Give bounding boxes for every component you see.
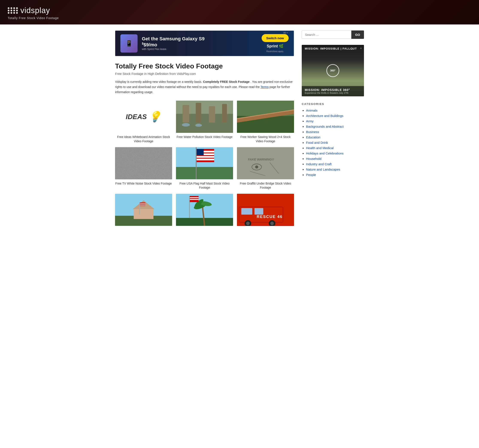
sidebar: GO MISSION: IMPOSSIBLE | FALLOUT → × 360… xyxy=(302,30,364,228)
video-thumbnail[interactable] xyxy=(176,147,233,179)
site-header: vidsplay Totally Free Stock Video Footag… xyxy=(0,0,479,25)
thumbnail-rescue: RESCUE 46 xyxy=(237,194,294,226)
video-thumbnail[interactable] xyxy=(115,194,172,226)
video-thumbnail[interactable] xyxy=(176,101,233,133)
page-description: Vidsplay is currently adding new video f… xyxy=(115,79,294,95)
video-item[interactable]: FAKE WARNING!! Free Graffiti Under Bridg… xyxy=(237,147,294,190)
svg-rect-15 xyxy=(176,167,233,179)
video-thumbnail[interactable] xyxy=(176,194,233,226)
svg-rect-21 xyxy=(197,159,214,160)
video-item[interactable] xyxy=(115,194,172,228)
sidebar-ad-close-icon[interactable]: × xyxy=(360,46,362,50)
video-item[interactable]: RESCUE 46 xyxy=(237,194,294,228)
svg-rect-45 xyxy=(190,198,199,198)
sidebar-ad-bottom: MISSION: IMPOSSIBLE 360° Experience the … xyxy=(302,86,364,96)
svg-rect-4 xyxy=(209,106,215,123)
ad-price: $$9/mo xyxy=(142,42,257,48)
logo-row: vidsplay xyxy=(8,6,471,15)
svg-rect-22 xyxy=(197,149,204,155)
video-caption: Free Ideas Whiteboard Animation Stock Vi… xyxy=(115,135,172,143)
svg-rect-20 xyxy=(197,156,214,158)
video-grid: IDEAS Free Ideas Whiteboard Animation St… xyxy=(115,101,294,228)
ad-label: Ad × xyxy=(283,32,288,34)
thumbnail-water-pollution xyxy=(176,101,233,133)
svg-rect-23 xyxy=(237,147,294,179)
list-item: Industry and Craft xyxy=(306,162,364,166)
category-link-food[interactable]: Food and Drink xyxy=(306,141,328,145)
svg-rect-13 xyxy=(115,147,172,179)
category-link-army[interactable]: Army xyxy=(306,119,313,123)
list-item: Army xyxy=(306,119,364,123)
ad-banner: Ad × 📱 Get the Samsung Galaxy S9 $$9/mo … xyxy=(115,30,294,56)
video-caption: Free Worker Sawing Wood 2×4 Stock Video … xyxy=(237,135,294,143)
video-thumbnail[interactable]: IDEAS xyxy=(115,101,172,133)
list-item: Education xyxy=(306,135,364,139)
category-link-architecture[interactable]: Architecture and Buildings xyxy=(306,114,343,118)
video-item[interactable]: Free Worker Sawing Wood 2×4 Stock Video … xyxy=(237,101,294,143)
video-caption: Free USA Flag Half Mast Stock Video Foot… xyxy=(176,182,233,190)
main-wrapper: Ad × 📱 Get the Samsung Galaxy S9 $$9/mo … xyxy=(111,25,368,234)
list-item: Animals xyxy=(306,109,364,112)
site-logo[interactable]: vidsplay xyxy=(20,6,50,15)
svg-point-26 xyxy=(255,165,258,168)
category-link-household[interactable]: Household xyxy=(306,157,321,160)
video-caption: Free Water Pollution Stock Video Footage xyxy=(176,135,233,139)
svg-rect-5 xyxy=(222,104,227,123)
sidebar-ad-movie-sub: Experience the thrills in theaters July … xyxy=(305,92,361,94)
category-link-holidays[interactable]: Holidays and Celebrations xyxy=(306,152,344,155)
main-content: Ad × 📱 Get the Samsung Galaxy S9 $$9/mo … xyxy=(115,30,294,228)
svg-rect-50 xyxy=(241,208,252,215)
search-input[interactable] xyxy=(302,30,351,39)
video-thumbnail[interactable]: FAKE WARNING!! xyxy=(237,147,294,179)
category-link-animals[interactable]: Animals xyxy=(306,109,317,112)
search-button[interactable]: GO xyxy=(351,30,364,39)
video-item[interactable]: Free Water Pollution Stock Video Footage xyxy=(176,101,233,143)
site-tagline: Totally Free Stock Video Footage xyxy=(8,16,471,20)
ad-headline: Get the Samsung Galaxy S9 xyxy=(142,36,257,42)
list-item: Nature and Landscapes xyxy=(306,168,364,171)
ad-phone-image: 📱 xyxy=(120,34,138,53)
logo-dots-icon xyxy=(8,7,18,14)
svg-rect-32 xyxy=(134,209,153,219)
category-link-industry[interactable]: Industry and Craft xyxy=(306,162,332,166)
ad-text-block: Get the Samsung Galaxy S9 $$9/mo with Sp… xyxy=(138,36,262,51)
thumbnail-graffiti: FAKE WARNING!! xyxy=(237,147,294,179)
list-item: Household xyxy=(306,157,364,160)
svg-rect-33 xyxy=(139,203,140,215)
svg-rect-35 xyxy=(140,203,146,204)
ad-sub: with Sprint Flex lease. xyxy=(142,48,257,51)
category-link-nature[interactable]: Nature and Landscapes xyxy=(306,168,340,171)
category-link-health[interactable]: Health and Medical xyxy=(306,146,333,150)
list-item: Architecture and Buildings xyxy=(306,114,364,118)
list-item: Holidays and Celebrations xyxy=(306,152,364,155)
video-item[interactable] xyxy=(176,194,233,228)
ad-cta-button[interactable]: Switch now xyxy=(262,34,289,42)
list-item: Backgrounds and Abstract xyxy=(306,125,364,128)
category-link-backgrounds[interactable]: Backgrounds and Abstract xyxy=(306,125,344,128)
video-thumbnail[interactable] xyxy=(237,101,294,133)
svg-point-53 xyxy=(246,222,250,225)
category-link-education[interactable]: Education xyxy=(306,135,320,139)
svg-rect-2 xyxy=(183,105,189,123)
video-caption: Free Graffiti Under Bridge Stock Video F… xyxy=(237,182,294,190)
terms-link[interactable]: Terms xyxy=(260,85,269,89)
video-thumbnail[interactable]: RESCUE 46 xyxy=(237,194,294,226)
svg-rect-43 xyxy=(189,196,190,218)
svg-point-7 xyxy=(195,124,202,127)
thumbnail-sawing xyxy=(237,101,294,133)
category-link-people[interactable]: People xyxy=(306,173,316,177)
svg-text:RESCUE 46: RESCUE 46 xyxy=(257,214,283,219)
video-thumbnail[interactable] xyxy=(115,147,172,179)
ad-cta-block: Switch now Sprint 🌿 Restrictions apply. xyxy=(262,34,289,53)
list-item: People xyxy=(306,173,364,177)
svg-rect-36 xyxy=(140,205,146,205)
video-item[interactable]: Free TV White Noise Stock Video Footage xyxy=(115,147,172,190)
list-item: Business xyxy=(306,130,364,134)
sidebar-ad-movie-title: MISSION: IMPOSSIBLE 360° xyxy=(305,88,361,92)
video-item[interactable]: IDEAS Free Ideas Whiteboard Animation St… xyxy=(115,101,172,143)
svg-point-6 xyxy=(182,123,190,127)
video-item[interactable]: Free USA Flag Half Mast Stock Video Foot… xyxy=(176,147,233,190)
sidebar-ad-360-badge: 360° xyxy=(326,64,339,77)
svg-rect-46 xyxy=(190,199,199,200)
category-link-business[interactable]: Business xyxy=(306,130,319,134)
